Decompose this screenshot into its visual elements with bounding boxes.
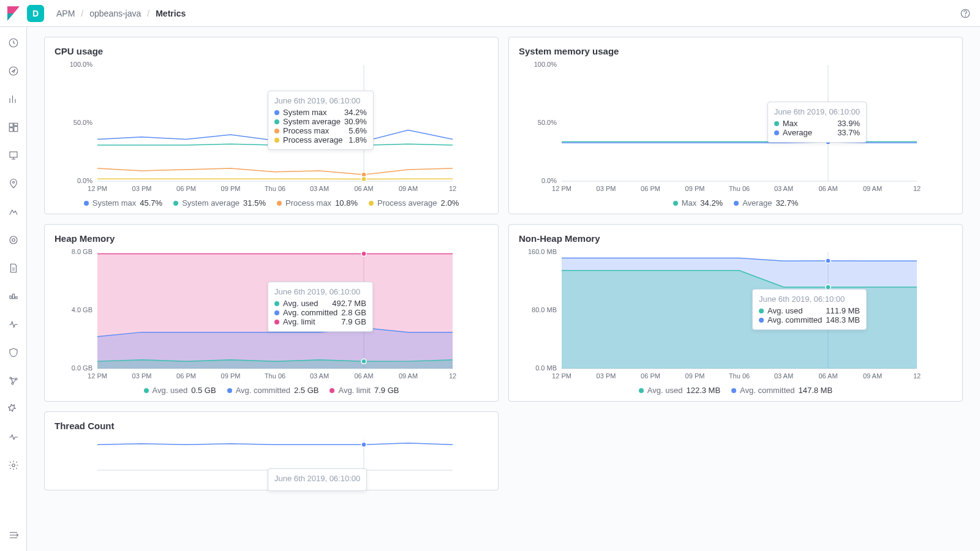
graph-icon[interactable]: [6, 373, 21, 388]
svg-text:03 PM: 03 PM: [597, 185, 616, 192]
maps-icon[interactable]: [6, 176, 21, 191]
legend-item[interactable]: System average 31.5%: [173, 198, 266, 208]
svg-text:12 PM: 12 PM: [88, 372, 107, 380]
discover-icon[interactable]: [6, 64, 21, 78]
svg-text:09 AM: 09 AM: [399, 372, 418, 380]
monitoring-icon[interactable]: [6, 430, 21, 444]
chart-heap[interactable]: 0.0 GB4.0 GB8.0 GB12 PM03 PM06 PM09 PMTh…: [55, 247, 488, 382]
legend: Avg. used 0.5 GBAvg. committed 2.5 GBAvg…: [55, 386, 488, 395]
ml-icon[interactable]: [6, 204, 21, 219]
svg-rect-5: [13, 123, 17, 126]
chart-nonheap[interactable]: 0.0 MB80.0 MB160.0 MB12 PM03 PM06 PM09 P…: [519, 247, 952, 382]
svg-text:12 PM: 12 PM: [88, 185, 107, 192]
svg-text:06 PM: 06 PM: [641, 372, 660, 380]
space-letter: D: [32, 9, 39, 18]
svg-text:60.0: 60.0: [80, 435, 92, 436]
svg-point-65: [361, 326, 366, 331]
panel-title: Thread Count: [55, 421, 488, 431]
svg-point-66: [361, 359, 366, 364]
svg-text:Thu 06: Thu 06: [265, 185, 285, 192]
chart-mem[interactable]: 0.0%50.0%100.0%12 PM03 PM06 PM09 PMThu 0…: [519, 60, 952, 195]
space-selector[interactable]: D: [27, 5, 44, 22]
legend-item[interactable]: Avg. committed 147.8 MB: [731, 386, 832, 395]
svg-text:8.0 GB: 8.0 GB: [72, 248, 92, 255]
svg-text:06 AM: 06 AM: [354, 372, 373, 380]
help-icon[interactable]: [958, 6, 973, 21]
panel-title: System memory usage: [519, 46, 952, 56]
svg-text:09 PM: 09 PM: [685, 185, 705, 192]
collapse-icon[interactable]: [6, 528, 21, 542]
svg-text:09 PM: 09 PM: [685, 372, 705, 380]
breadcrumb-service[interactable]: opbeans-java: [89, 9, 141, 18]
svg-text:50.0%: 50.0%: [538, 119, 557, 126]
svg-point-49: [826, 140, 831, 144]
legend-item[interactable]: Avg. limit 7.9 GB: [330, 386, 399, 395]
panel-title: Heap Memory: [55, 233, 488, 244]
infra-icon[interactable]: [6, 233, 21, 247]
chart-threads[interactable]: 60.0 June 6th 2019, 06:10:00: [55, 435, 488, 484]
panel-heap: Heap Memory 0.0 GB4.0 GB8.0 GB12 PM03 PM…: [44, 224, 499, 402]
legend-item[interactable]: System max 45.7%: [84, 198, 162, 208]
svg-point-81: [826, 258, 831, 263]
svg-text:03 PM: 03 PM: [132, 372, 152, 380]
svg-text:06 AM: 06 AM: [818, 372, 837, 380]
svg-point-1: [965, 15, 966, 16]
dashboard-icon[interactable]: [6, 120, 21, 135]
svg-text:100.0%: 100.0%: [534, 61, 557, 68]
legend-item[interactable]: Avg. committed 2.5 GB: [227, 386, 319, 395]
svg-text:0.0 MB: 0.0 MB: [535, 364, 557, 372]
legend: System max 45.7%System average 31.5%Proc…: [55, 198, 488, 208]
sidebar: [0, 27, 27, 551]
legend-item[interactable]: Average 32.7%: [734, 198, 798, 208]
svg-text:0.0 GB: 0.0 GB: [72, 364, 92, 372]
svg-text:12: 12: [449, 185, 456, 192]
svg-text:12 PM: 12 PM: [552, 185, 571, 192]
svg-text:09 AM: 09 AM: [863, 185, 882, 192]
svg-point-9: [12, 181, 14, 183]
legend-item[interactable]: Max 34.2%: [673, 198, 723, 208]
breadcrumb-current: Metrics: [156, 9, 186, 18]
legend-item[interactable]: Avg. used 122.3 MB: [639, 386, 720, 395]
svg-text:160.0 MB: 160.0 MB: [528, 248, 557, 255]
panel-nonheap: Non-Heap Memory 0.0 MB80.0 MB160.0 MB12 …: [508, 224, 963, 402]
legend: Max 34.2%Average 32.7%: [519, 198, 952, 208]
devtools-icon[interactable]: [6, 402, 21, 416]
svg-text:0.0%: 0.0%: [77, 177, 92, 184]
recent-icon[interactable]: [6, 36, 21, 50]
svg-point-86: [361, 442, 366, 447]
svg-text:Thu 06: Thu 06: [265, 372, 285, 380]
svg-point-82: [826, 285, 831, 290]
svg-point-3: [9, 67, 18, 75]
svg-point-31: [361, 143, 366, 148]
svg-text:03 PM: 03 PM: [597, 372, 616, 380]
svg-text:06 PM: 06 PM: [176, 372, 196, 380]
svg-text:12: 12: [913, 185, 921, 192]
siem-icon[interactable]: [6, 345, 21, 360]
svg-point-15: [12, 464, 15, 467]
chart-cpu[interactable]: 0.0%50.0%100.0%12 PM03 PM06 PM09 PMThu 0…: [55, 60, 488, 195]
svg-text:03 AM: 03 AM: [774, 372, 793, 380]
canvas-icon[interactable]: [6, 148, 21, 163]
kibana-logo[interactable]: [0, 6, 27, 21]
svg-text:09 AM: 09 AM: [399, 185, 418, 192]
panel-title: CPU usage: [55, 46, 488, 56]
management-icon[interactable]: [6, 458, 21, 473]
svg-text:06 PM: 06 PM: [176, 185, 196, 192]
legend-item[interactable]: Process average 2.0%: [369, 198, 459, 208]
svg-point-33: [361, 177, 366, 182]
content[interactable]: CPU usage 0.0%50.0%100.0%12 PM03 PM06 PM…: [27, 27, 980, 551]
svg-text:100.0%: 100.0%: [70, 61, 93, 68]
apm-icon[interactable]: [6, 289, 21, 304]
svg-text:06 PM: 06 PM: [641, 185, 660, 192]
legend-item[interactable]: Process max 10.8%: [277, 198, 358, 208]
visualize-icon[interactable]: [6, 92, 21, 107]
uptime-icon[interactable]: [6, 317, 21, 332]
legend-item[interactable]: Avg. used 0.5 GB: [144, 386, 216, 395]
breadcrumb-root[interactable]: APM: [56, 9, 75, 18]
svg-text:12: 12: [449, 372, 456, 380]
svg-text:50.0%: 50.0%: [74, 119, 92, 126]
panel-mem: System memory usage 0.0%50.0%100.0%12 PM…: [508, 37, 963, 214]
logs-icon[interactable]: [6, 261, 21, 276]
svg-text:03 PM: 03 PM: [132, 185, 152, 192]
svg-text:Thu 06: Thu 06: [729, 185, 750, 192]
